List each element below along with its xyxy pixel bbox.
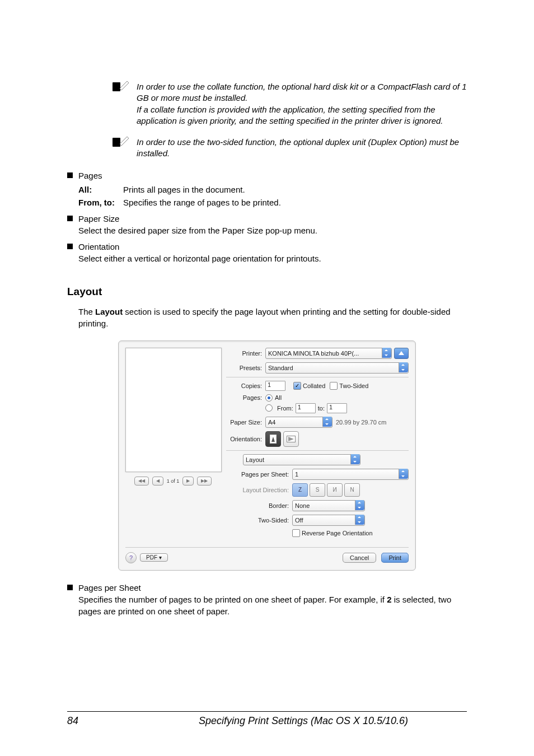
bullet-pages: Pages [78,170,102,181]
help-button[interactable]: ? [125,552,137,563]
printer-select[interactable]: KONICA MINOLTA bizhub 40P(... [265,348,392,359]
bullet-icon [67,244,73,249]
presets-select[interactable]: Standard [265,362,409,374]
section-select[interactable]: Layout [243,454,360,465]
desc-orientation: Select either a vertical or horizontal p… [78,253,321,264]
bullet-icon [67,585,73,590]
print-dialog: ◀◀ ◀ 1 of 1 ▶ ▶▶ Printer: KONICA MINOLTA… [118,340,416,571]
note-collate: In order to use the collate function, th… [137,81,467,127]
orientation-label: Orientation: [226,436,262,442]
note-duplex: In order to use the two-sided function, … [137,137,467,160]
nav-position: 1 of 1 [167,478,180,484]
print-preview [125,348,222,472]
layoutdir-label: Layout Direction: [236,487,289,493]
collated-label: Collated [303,382,325,389]
ts-label: Two-Sided: [236,517,289,524]
printer-expand-button[interactable] [394,348,409,359]
desc-papersize: Select the desired paper size from the P… [78,225,317,236]
twosided-checkbox[interactable] [330,382,338,390]
pages-from-field[interactable]: 1 [296,403,316,413]
printer-label: Printer: [226,350,262,357]
para-layout: The Layout section is used to specify th… [78,306,467,329]
pages-to-field[interactable]: 1 [327,403,347,413]
svg-rect-0 [113,82,120,91]
presets-label: Presets: [226,365,262,371]
nav-prev-button[interactable]: ◀ [152,477,163,486]
pages-to-label: to: [318,405,325,412]
collated-checkbox[interactable]: ✓ [293,382,301,390]
page-number: 84 [67,715,140,727]
orientation-portrait-button[interactable] [265,431,281,447]
nav-next-button[interactable]: ▶ [182,477,194,486]
papersize-select[interactable]: A4 [265,417,332,428]
desc-all: Prints all pages in the document. [123,185,245,194]
pps-label: Pages per Sheet: [236,471,289,478]
term-all: All [78,185,89,194]
bullet-icon [67,216,73,221]
bullet-orientation: Orientation [78,241,321,253]
pages-from-label: From: [277,405,293,412]
ts-select[interactable]: Off [292,515,365,526]
orientation-landscape-button[interactable] [283,431,299,447]
bullet-icon [67,172,73,178]
print-button[interactable]: Print [381,553,409,563]
cancel-button[interactable]: Cancel [343,553,376,563]
pages-label: Pages: [226,394,262,401]
note-icon [112,137,130,148]
papersize-label: Paper Size: [226,419,262,426]
pages-all-radio[interactable] [265,394,273,402]
pdf-button[interactable]: PDF ▾ [140,553,168,562]
twosided-label: Two-Sided [339,382,368,389]
bullet-pps: Pages per Sheet [78,582,467,594]
footer-title: Specifying Print Settings (Mac OS X 10.5… [140,715,467,727]
border-label: Border: [236,502,289,509]
reverse-label: Reverse Page Orientation [302,530,373,536]
svg-rect-4 [113,138,120,147]
layoutdir-3-button[interactable]: И [327,483,343,497]
layoutdir-2-button[interactable]: S [310,483,325,497]
nav-last-button[interactable]: ▶▶ [197,477,212,486]
pages-all-label: All [275,394,282,401]
heading-layout: Layout [67,286,467,298]
layoutdir-1-button[interactable]: Z [292,483,308,497]
layoutdir-4-button[interactable]: N [344,483,360,497]
bullet-papersize: Paper Size [78,213,317,225]
pps-select[interactable]: 1 [292,469,409,480]
desc-pps: Specifies the number of pages to be prin… [78,594,467,617]
copies-field[interactable]: 1 [265,381,285,391]
term-fromto: From, to [78,198,112,207]
nav-first-button[interactable]: ◀◀ [134,477,149,486]
border-select[interactable]: None [292,500,365,511]
desc-fromto: Specifies the range of pages to be print… [123,198,281,207]
pages-from-radio[interactable] [265,404,273,412]
note-icon [112,81,130,92]
reverse-checkbox[interactable] [292,529,300,537]
papersize-dim: 20.99 by 29.70 cm [336,419,387,426]
copies-label: Copies: [226,382,262,389]
